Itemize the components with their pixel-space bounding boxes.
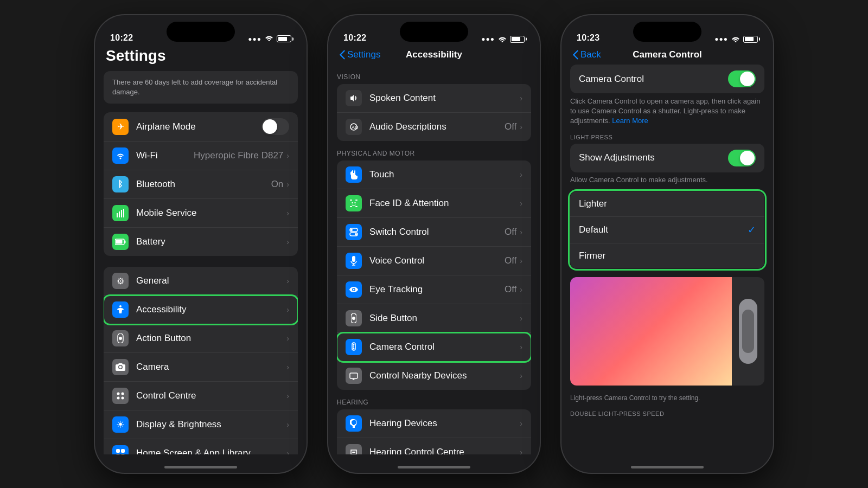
switch-icon — [346, 224, 362, 240]
svg-point-25 — [354, 202, 355, 203]
audiodesc-icon: AD — [346, 119, 362, 135]
side-label: Side Button — [369, 313, 520, 324]
list-item-battery[interactable]: Battery › — [104, 228, 298, 256]
selection-group: Lighter Default ✓ Firmer — [570, 191, 764, 268]
display-chevron: › — [286, 420, 289, 429]
list-item-hearingcc[interactable]: Hearing Control Centre › — [337, 438, 531, 454]
list-item-show-adjustments[interactable]: Show Adjustments — [570, 144, 764, 172]
list-item-controlcentre[interactable]: Control Centre › — [104, 382, 298, 410]
camera-button-shape — [739, 299, 757, 364]
selection-item-firmer[interactable]: Firmer — [570, 243, 764, 268]
list-item-camera[interactable]: Camera › — [104, 353, 298, 382]
list-item-nearby[interactable]: Control Nearby Devices › — [337, 362, 531, 390]
show-adjustments-section: Show Adjustments — [570, 144, 764, 172]
hearingcc-label: Hearing Control Centre — [369, 447, 520, 454]
home-indicator-3 — [561, 454, 773, 473]
switch-label: Switch Control — [369, 227, 505, 237]
list-item-hearingdev[interactable]: Hearing Devices › — [337, 409, 531, 438]
airplane-icon: ✈ — [112, 119, 129, 135]
eyetrack-icon — [346, 281, 362, 298]
wifi-icon-3 — [731, 36, 740, 42]
camera-icon — [112, 359, 129, 375]
svg-rect-21 — [355, 200, 358, 201]
nav-title-3: Camera Control — [633, 49, 702, 60]
phone-camera-control: 10:23 ●●● Back Camera Control Camera Con… — [561, 15, 773, 473]
learn-more-link[interactable]: Learn More — [612, 117, 648, 125]
show-adjustments-toggle[interactable] — [728, 150, 756, 166]
list-item-bluetooth[interactable]: ᛒ Bluetooth On › — [104, 170, 298, 199]
settings-section-mid: ⚙ General › Accessibility › — [104, 267, 298, 454]
nav-bar-3: Back Camera Control — [561, 47, 773, 65]
hearingdev-chevron: › — [520, 419, 522, 428]
list-item-audiodesc[interactable]: AD Audio Descriptions Off › — [337, 113, 531, 141]
svg-point-24 — [352, 202, 353, 203]
controlcentre-label: Control Centre — [136, 390, 286, 401]
svg-point-10 — [117, 393, 120, 395]
controlcentre-icon — [112, 388, 129, 404]
battery-chevron: › — [286, 237, 289, 246]
warning-banner: There are 60 days left to add coverage f… — [104, 71, 298, 104]
settings-group-connectivity: ✈ Airplane Mode Wi-Fi Hyperopic Fibre D8… — [104, 112, 298, 256]
list-item-spoken[interactable]: Spoken Content › — [337, 84, 531, 113]
svg-rect-34 — [352, 317, 355, 320]
motor-group: Touch › Face ID & Attention › — [337, 160, 531, 390]
home-indicator-1 — [95, 454, 307, 473]
hearingcc-chevron: › — [520, 448, 522, 454]
signal-icon-3: ●●● — [714, 35, 728, 43]
side-chevron: › — [520, 314, 522, 323]
dynamic-island-3 — [633, 22, 701, 42]
nav-title-2: Accessibility — [406, 49, 462, 60]
list-item-homescreen[interactable]: Home Screen & App Library › — [104, 439, 298, 454]
svg-rect-20 — [350, 200, 352, 201]
cc-toggle[interactable] — [728, 70, 756, 87]
status-icons-1: ●●● — [248, 35, 291, 43]
nearby-chevron: › — [520, 371, 522, 380]
list-item-faceid[interactable]: Face ID & Attention › — [337, 189, 531, 218]
back-button-2[interactable]: Settings — [339, 49, 380, 60]
list-item-side[interactable]: Side Button › — [337, 304, 531, 333]
eyetrack-label: Eye Tracking — [369, 284, 505, 295]
svg-rect-17 — [121, 454, 125, 454]
settings-group-main: ⚙ General › Accessibility › — [104, 267, 298, 454]
default-label: Default — [579, 224, 748, 235]
list-item-cc-toggle[interactable]: Camera Control — [570, 65, 764, 93]
svg-rect-9 — [119, 337, 122, 340]
lighter-label: Lighter — [579, 198, 756, 209]
list-item-switch[interactable]: Switch Control Off › — [337, 218, 531, 247]
firmer-label: Firmer — [579, 251, 756, 261]
faceid-label: Face ID & Attention — [369, 198, 520, 209]
svg-point-7 — [119, 305, 122, 307]
svg-point-28 — [350, 229, 353, 231]
list-item-airplane[interactable]: ✈ Airplane Mode — [104, 112, 298, 142]
audiodesc-chevron: › — [520, 123, 522, 131]
settings-section-top: ✈ Airplane Mode Wi-Fi Hyperopic Fibre D8… — [104, 112, 298, 256]
mobile-icon — [112, 205, 129, 221]
list-item-touch[interactable]: Touch › — [337, 160, 531, 189]
selection-item-lighter[interactable]: Lighter — [570, 191, 764, 217]
list-item-camera-control[interactable]: Camera Control › — [337, 333, 531, 362]
mobile-chevron: › — [286, 209, 289, 217]
list-item-general[interactable]: ⚙ General › — [104, 267, 298, 296]
svg-rect-22 — [350, 206, 352, 207]
list-item-eyetrack[interactable]: Eye Tracking Off › — [337, 275, 531, 304]
battery-icon-2 — [510, 36, 525, 43]
list-item-wifi[interactable]: Wi-Fi Hyperopic Fibre D827 › — [104, 142, 298, 170]
wifi-chevron: › — [286, 151, 289, 160]
list-item-voice[interactable]: Voice Control Off › — [337, 247, 531, 275]
selection-item-default[interactable]: Default ✓ — [570, 217, 764, 243]
list-item-accessibility[interactable]: Accessibility › — [104, 296, 298, 324]
cc-toggle-group: Camera Control — [570, 65, 764, 93]
svg-rect-3 — [123, 209, 124, 217]
list-item-display[interactable]: ☀ Display & Brightness › — [104, 410, 298, 439]
svg-point-13 — [122, 397, 124, 400]
cc-toggle-label: Camera Control — [579, 74, 728, 85]
eyetrack-chevron: › — [520, 285, 522, 294]
accessibility-chevron: › — [286, 305, 289, 314]
list-item-action[interactable]: Action Button › — [104, 324, 298, 353]
general-label: General — [136, 275, 286, 286]
list-item-mobile[interactable]: Mobile Service › — [104, 199, 298, 228]
motor-list: Touch › Face ID & Attention › — [337, 160, 531, 390]
back-button-3[interactable]: Back — [572, 49, 601, 60]
airplane-toggle[interactable] — [261, 118, 289, 135]
preview-background — [570, 277, 732, 386]
